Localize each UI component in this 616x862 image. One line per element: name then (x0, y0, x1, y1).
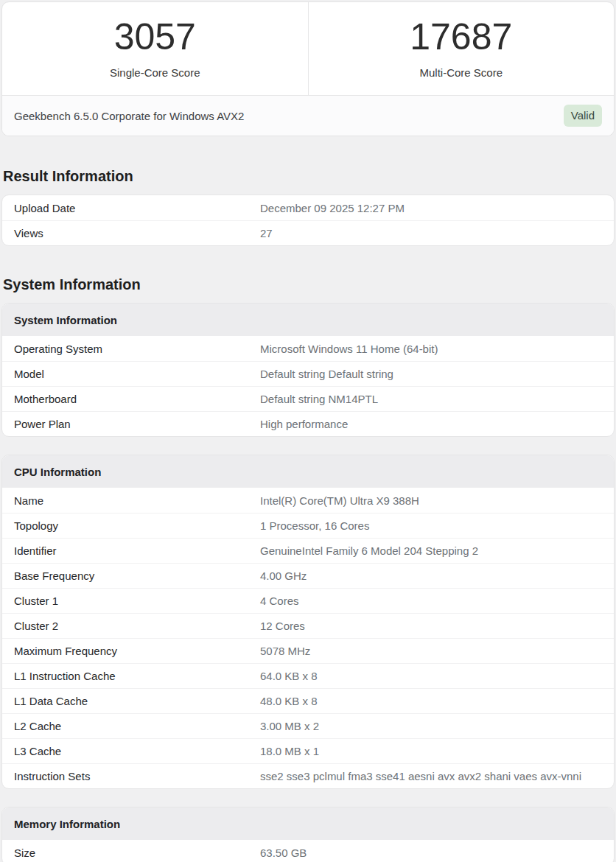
table-row-l3-cache: L3 Cache 18.0 MB x 1 (2, 738, 614, 763)
table-row-l1-data-cache: L1 Data Cache 48.0 KB x 8 (2, 688, 614, 713)
table-row-motherboard: Motherboard Default string NM14PTL (2, 386, 614, 411)
row-value: High performance (260, 418, 602, 430)
row-label: Cluster 2 (14, 620, 260, 632)
multi-core-score-value: 17687 (309, 18, 615, 55)
score-summary-card: 3057 Single-Core Score 17687 Multi-Core … (1, 1, 615, 136)
row-value: 64.0 KB x 8 (260, 670, 602, 682)
row-value: GenuineIntel Family 6 Model 204 Stepping… (260, 544, 602, 557)
card-header-cpu-information: CPU Information (2, 455, 614, 488)
row-label: Size (14, 847, 260, 859)
row-label: L3 Cache (14, 745, 260, 757)
row-value: December 09 2025 12:27 PM (260, 202, 602, 214)
single-core-score-label: Single-Core Score (2, 66, 308, 79)
row-value: 18.0 MB x 1 (260, 745, 602, 757)
row-label: Cluster 1 (14, 595, 260, 607)
table-row-maximum-frequency: Maximum Frequency 5078 MHz (2, 638, 614, 663)
row-value: 3.00 MB x 2 (260, 720, 602, 732)
row-value: sse2 sse3 pclmul fma3 sse41 aesni avx av… (260, 770, 602, 782)
benchmark-version-text: Geekbench 6.5.0 Corporate for Windows AV… (14, 110, 244, 122)
row-label: Name (14, 494, 260, 507)
system-information-heading: System Information (3, 246, 615, 293)
row-value: 27 (260, 227, 602, 239)
row-label: L2 Cache (14, 720, 260, 732)
row-label: Views (14, 227, 260, 239)
row-label: Instruction Sets (14, 770, 260, 782)
row-label: Upload Date (14, 202, 260, 214)
row-value: 1 Processor, 16 Cores (260, 519, 602, 532)
row-value: 12 Cores (260, 620, 602, 632)
page-content: Result Information Upload Date December … (0, 136, 616, 862)
row-value: 63.50 GB (260, 847, 602, 859)
row-value: 48.0 KB x 8 (260, 695, 602, 707)
row-value: Microsoft Windows 11 Home (64-bit) (260, 343, 602, 355)
cpu-information-card: CPU Information Name Intel(R) Core(TM) U… (1, 455, 615, 789)
table-row-name: Name Intel(R) Core(TM) Ultra X9 388H (2, 488, 614, 513)
row-label: Power Plan (14, 418, 260, 430)
system-information-card: System Information Operating System Micr… (1, 303, 615, 437)
benchmark-version-bar: Geekbench 6.5.0 Corporate for Windows AV… (2, 95, 614, 136)
row-label: Maximum Frequency (14, 645, 260, 657)
row-label: L1 Data Cache (14, 695, 260, 707)
row-label: Motherboard (14, 393, 260, 405)
result-information-card: Upload Date December 09 2025 12:27 PM Vi… (1, 195, 615, 246)
table-row-identifier: Identifier GenuineIntel Family 6 Model 2… (2, 538, 614, 563)
valid-status-badge: Valid (564, 105, 602, 127)
single-core-score-value: 3057 (2, 18, 308, 55)
multi-core-score-label: Multi-Core Score (309, 66, 615, 79)
row-label: Base Frequency (14, 570, 260, 582)
table-row-instruction-sets: Instruction Sets sse2 sse3 pclmul fma3 s… (2, 763, 614, 788)
table-row-topology: Topology 1 Processor, 16 Cores (2, 513, 614, 538)
table-row-l2-cache: L2 Cache 3.00 MB x 2 (2, 713, 614, 738)
row-label: Model (14, 368, 260, 380)
row-label: L1 Instruction Cache (14, 670, 260, 682)
card-header-system-information: System Information (2, 304, 614, 336)
row-value: 4 Cores (260, 595, 602, 607)
score-panels: 3057 Single-Core Score 17687 Multi-Core … (2, 2, 614, 95)
table-row-cluster-1: Cluster 1 4 Cores (2, 588, 614, 613)
row-value: Intel(R) Core(TM) Ultra X9 388H (260, 494, 602, 507)
row-label: Topology (14, 519, 260, 532)
table-row-operating-system: Operating System Microsoft Windows 11 Ho… (2, 336, 614, 361)
row-value: Default string NM14PTL (260, 393, 602, 405)
row-value: 5078 MHz (260, 645, 602, 657)
row-label: Identifier (14, 544, 260, 557)
single-core-score-panel: 3057 Single-Core Score (2, 2, 308, 95)
table-row-power-plan: Power Plan High performance (2, 411, 614, 436)
result-information-heading: Result Information (3, 136, 615, 185)
table-row-views: Views 27 (2, 220, 614, 245)
row-value: Default string Default string (260, 368, 602, 380)
multi-core-score-panel: 17687 Multi-Core Score (308, 2, 615, 95)
card-header-memory-information: Memory Information (2, 807, 614, 840)
row-label: Operating System (14, 343, 260, 355)
table-row-cluster-2: Cluster 2 12 Cores (2, 613, 614, 638)
table-row-size: Size 63.50 GB (2, 840, 614, 862)
table-row-upload-date: Upload Date December 09 2025 12:27 PM (2, 195, 614, 220)
table-row-base-frequency: Base Frequency 4.00 GHz (2, 563, 614, 588)
table-row-l1-instruction-cache: L1 Instruction Cache 64.0 KB x 8 (2, 663, 614, 688)
memory-information-card: Memory Information Size 63.50 GB (1, 807, 615, 862)
table-row-model: Model Default string Default string (2, 361, 614, 386)
row-value: 4.00 GHz (260, 570, 602, 582)
